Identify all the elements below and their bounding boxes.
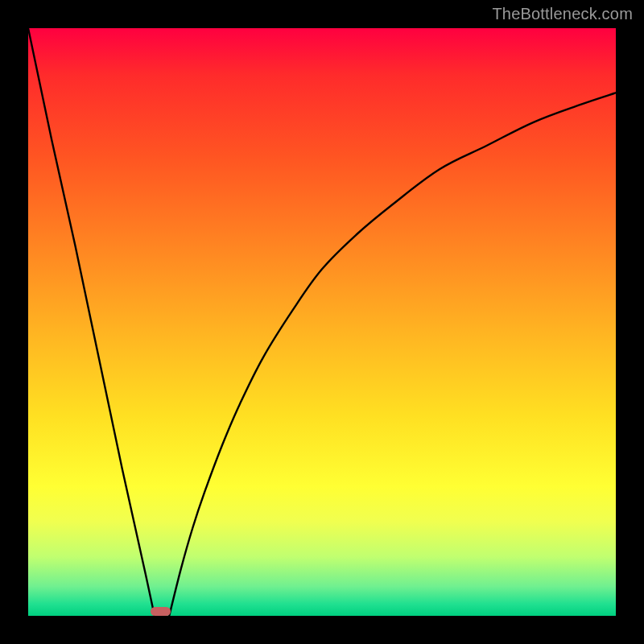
highlight-marker [151, 607, 171, 616]
watermark-text: TheBottleneck.com [492, 5, 633, 23]
left-branch-path [28, 28, 155, 616]
curve-layer [28, 28, 616, 616]
plot-area [28, 28, 616, 616]
chart-frame: TheBottleneck.com [0, 0, 644, 644]
right-branch-path [169, 93, 616, 616]
